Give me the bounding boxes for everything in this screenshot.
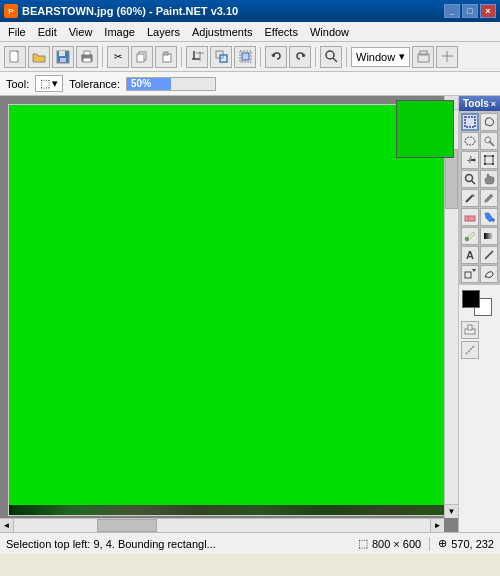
- tools-panel-close[interactable]: ×: [491, 99, 496, 109]
- menu-edit[interactable]: Edit: [32, 22, 63, 41]
- svg-rect-10: [164, 52, 168, 55]
- h-scroll-track[interactable]: [14, 519, 430, 532]
- color-picker-tool[interactable]: [461, 227, 479, 245]
- toolbar-sep-1: [102, 47, 103, 67]
- minimize-button[interactable]: _: [444, 4, 460, 18]
- svg-line-22: [333, 58, 337, 62]
- title-bar: P BEARSTOWN.jpg (60%) - Paint.NET v3.10 …: [0, 0, 500, 22]
- cut-button[interactable]: ✂: [107, 46, 129, 68]
- menu-image[interactable]: Image: [98, 22, 141, 41]
- shapes-tool[interactable]: [461, 265, 479, 283]
- svg-rect-6: [83, 58, 91, 62]
- hand-tool[interactable]: [480, 170, 498, 188]
- svg-rect-48: [484, 233, 494, 239]
- status-bar: Selection top left: 9, 4. Bounding recta…: [0, 532, 500, 554]
- save-button[interactable]: [52, 46, 74, 68]
- extra-tool-1[interactable]: [461, 321, 479, 339]
- svg-line-42: [466, 195, 473, 202]
- svg-rect-0: [10, 51, 18, 62]
- window-dropdown[interactable]: Window ▾: [351, 47, 410, 67]
- menu-layers[interactable]: Layers: [141, 22, 186, 41]
- image-thumbnail: [396, 100, 454, 158]
- h-scrollbar[interactable]: ◄ ►: [0, 518, 444, 532]
- eraser-tool[interactable]: [461, 208, 479, 226]
- h-scroll-left-btn[interactable]: ◄: [0, 519, 14, 532]
- extra-btn-2[interactable]: [436, 46, 458, 68]
- zoom-button[interactable]: [320, 46, 342, 68]
- freeform-tool[interactable]: [480, 265, 498, 283]
- svg-rect-53: [468, 325, 472, 330]
- svg-rect-27: [465, 117, 475, 127]
- coordinates-icon: ⊕: [438, 537, 447, 550]
- foreground-color-swatch[interactable]: [462, 290, 480, 308]
- h-scroll-thumb[interactable]: [97, 519, 157, 532]
- move-tool[interactable]: ✛: [461, 151, 479, 169]
- text-tool[interactable]: A: [461, 246, 479, 264]
- color-display[interactable]: [462, 290, 492, 316]
- tools-panel-header: Tools ×: [459, 96, 500, 111]
- window-dropdown-label: Window: [356, 51, 395, 63]
- maximize-button[interactable]: □: [462, 4, 478, 18]
- svg-rect-35: [485, 156, 493, 164]
- v-scroll-down-btn[interactable]: ▼: [445, 504, 458, 518]
- svg-rect-5: [84, 51, 90, 55]
- svg-line-49: [485, 251, 493, 259]
- resize-button[interactable]: [210, 46, 232, 68]
- rectangle-select-tool[interactable]: [461, 113, 479, 131]
- image-canvas[interactable]: [9, 105, 449, 515]
- svg-point-47: [465, 237, 469, 241]
- tool-label: Tool:: [6, 78, 29, 90]
- print-button[interactable]: [76, 46, 98, 68]
- redo-button[interactable]: [289, 46, 311, 68]
- v-scroll-thumb[interactable]: [445, 149, 458, 209]
- zoom-tool[interactable]: [461, 170, 479, 188]
- svg-rect-36: [484, 155, 486, 157]
- open-button[interactable]: [28, 46, 50, 68]
- v-scroll-track[interactable]: [445, 110, 458, 504]
- menu-file[interactable]: File: [2, 22, 32, 41]
- tool-selector[interactable]: ⬚ ▾: [35, 75, 63, 92]
- undo-button[interactable]: [265, 46, 287, 68]
- title-controls[interactable]: _ □ ×: [444, 4, 496, 18]
- status-sep: [429, 537, 430, 551]
- canvas-size-button[interactable]: [234, 46, 256, 68]
- pencil-tool[interactable]: [461, 189, 479, 207]
- gradient-tool[interactable]: [480, 227, 498, 245]
- dimensions-icon: ⬚: [358, 537, 368, 550]
- line-tool[interactable]: [480, 246, 498, 264]
- paste-button[interactable]: [155, 46, 177, 68]
- copy-button[interactable]: [131, 46, 153, 68]
- transform-tool[interactable]: [480, 151, 498, 169]
- canvas-area[interactable]: ◄ ► ▲ ▼: [0, 96, 458, 532]
- ellipse-select-tool[interactable]: [461, 132, 479, 150]
- extra-tool-2[interactable]: [461, 341, 479, 359]
- svg-line-54: [466, 346, 474, 354]
- menu-bar: File Edit View Image Layers Adjustments …: [0, 22, 500, 42]
- crop-button[interactable]: [186, 46, 208, 68]
- menu-window[interactable]: Window: [304, 22, 355, 41]
- tolerance-value: 50%: [131, 78, 151, 89]
- lasso-select-tool[interactable]: [480, 113, 498, 131]
- toolbar-sep-2: [181, 47, 182, 67]
- menu-adjustments[interactable]: Adjustments: [186, 22, 259, 41]
- fill-tool[interactable]: [480, 208, 498, 226]
- svg-point-46: [492, 219, 495, 222]
- brush-tool[interactable]: [480, 189, 498, 207]
- menu-effects[interactable]: Effects: [259, 22, 304, 41]
- close-button[interactable]: ×: [480, 4, 496, 18]
- svg-rect-8: [137, 54, 144, 62]
- svg-rect-18: [242, 53, 249, 60]
- magic-wand-tool[interactable]: [480, 132, 498, 150]
- canvas-bottom-strip: [9, 505, 449, 515]
- svg-rect-44: [465, 216, 475, 221]
- new-button[interactable]: [4, 46, 26, 68]
- h-scroll-right-btn[interactable]: ►: [430, 519, 444, 532]
- canvas-dimensions: 800 × 600: [372, 538, 421, 550]
- tolerance-slider[interactable]: 50%: [126, 77, 216, 91]
- menu-view[interactable]: View: [63, 22, 99, 41]
- dropdown-arrow-icon: ▾: [399, 50, 405, 63]
- svg-point-28: [465, 137, 475, 145]
- extra-btn-1[interactable]: [412, 46, 434, 68]
- v-scrollbar[interactable]: ▲ ▼: [444, 96, 458, 518]
- svg-line-29: [489, 141, 494, 146]
